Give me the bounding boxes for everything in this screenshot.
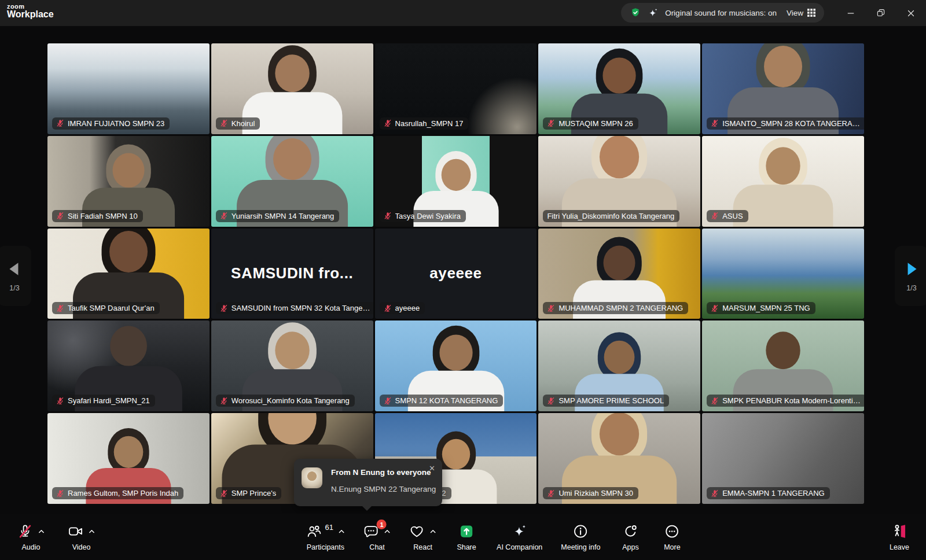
toolbar-share-button[interactable]: Share bbox=[450, 521, 483, 554]
toolbar-video-button[interactable]: Video bbox=[63, 521, 100, 554]
participant-name: Rames Gultom, SMP Poris Indah bbox=[68, 489, 178, 498]
restore-button[interactable] bbox=[866, 0, 896, 26]
ai-sparkle-icon[interactable] bbox=[648, 8, 659, 19]
participant-tile[interactable]: MUSTAQIM SMPN 26 bbox=[538, 43, 700, 134]
person-head bbox=[275, 54, 309, 92]
participant-tile[interactable]: MARSUM_SMPN 25 TNG bbox=[702, 229, 864, 319]
participant-tile[interactable]: Taufik SMP Daarul Qur'an bbox=[47, 229, 210, 319]
muted-mic-icon bbox=[384, 119, 392, 127]
muted-mic-icon bbox=[384, 304, 392, 312]
participant-nametag: ASUS bbox=[707, 210, 748, 222]
toolbar-leave-button[interactable]: Leave bbox=[883, 521, 916, 554]
participant-nametag: MUSTAQIM SMPN 26 bbox=[543, 117, 638, 130]
next-page-button[interactable]: 1/3 bbox=[895, 246, 926, 306]
micmute-icon bbox=[17, 524, 33, 539]
original-sound-status: Original sound for musicians: on bbox=[665, 9, 777, 17]
muted-mic-icon bbox=[56, 212, 64, 220]
participant-tile[interactable]: SMPN 12 KOTA TANGERANG bbox=[375, 320, 537, 411]
participant-nametag: Tasya Dewi Syakira bbox=[380, 210, 466, 222]
participant-tile[interactable]: ISMANTO_SMPN 28 KOTA TANGERANG bbox=[702, 43, 864, 134]
person-head bbox=[441, 159, 471, 190]
person-head bbox=[109, 230, 148, 272]
participant-tile[interactable]: SMPK PENABUR Kota Modern-Lorentius Ek... bbox=[702, 320, 864, 411]
window-controls bbox=[836, 0, 926, 26]
person-head bbox=[766, 147, 800, 185]
participant-tile[interactable]: Tasya Dewi Syakira bbox=[375, 136, 537, 227]
participants-count: 61 bbox=[325, 523, 333, 532]
arrow-left-icon bbox=[6, 260, 23, 278]
muted-mic-icon bbox=[711, 119, 719, 127]
participant-tile[interactable]: Umi Rizkiah SMPN 30 bbox=[538, 413, 700, 504]
participant-tile[interactable]: Siti Fadiah SMPN 10 bbox=[47, 136, 210, 227]
toolbar-participants-label: Participants bbox=[307, 543, 344, 551]
participant-nametag: IMRAN FUJIATNO SMPN 23 bbox=[52, 117, 170, 130]
close-button[interactable] bbox=[896, 0, 926, 26]
participant-tile[interactable]: Khoirul bbox=[211, 43, 373, 134]
chat-popup-title: From N Enung to everyone bbox=[331, 468, 431, 477]
chevron-up-icon[interactable] bbox=[384, 528, 391, 535]
participant-name: ISMANTO_SMPN 28 KOTA TANGERANG bbox=[722, 119, 861, 128]
toolbar-chat-button[interactable]: 1 Chat bbox=[359, 521, 395, 554]
chevron-up-icon[interactable] bbox=[430, 528, 436, 535]
muted-mic-icon bbox=[711, 397, 719, 405]
participant-tile[interactable]: EMMA-SMPN 1 TANGERANG bbox=[702, 413, 864, 504]
popup-close-icon[interactable]: ✕ bbox=[427, 462, 438, 475]
toolbar-apps-button[interactable]: Apps bbox=[614, 521, 646, 554]
toolbar-video-label: Video bbox=[72, 543, 91, 551]
participant-name: SMPN 12 KOTA TANGERANG bbox=[395, 396, 498, 405]
toolbar-meeting-info-button[interactable]: Meeting info bbox=[556, 521, 605, 554]
participant-tile[interactable]: Yuniarsih SMPN 14 Tangerang bbox=[211, 136, 373, 227]
person-head bbox=[600, 136, 639, 178]
participant-nametag: Nasrullah_SMPN 17 bbox=[380, 117, 469, 130]
toolbar-share-label: Share bbox=[457, 543, 476, 551]
participant-nametag: SMP Prince's bbox=[216, 487, 281, 499]
toolbar-audio-button[interactable]: Audio bbox=[13, 521, 49, 554]
chevron-up-icon[interactable] bbox=[38, 528, 45, 535]
view-label: View bbox=[787, 9, 803, 17]
toolbar-ai-companion-button[interactable]: AI Companion bbox=[492, 521, 547, 554]
camera-icon bbox=[68, 524, 83, 539]
participant-name: Khoirul bbox=[232, 119, 255, 128]
toolbar-participants-button[interactable]: 61 Participants bbox=[302, 521, 350, 554]
muted-mic-icon bbox=[547, 119, 555, 127]
chat-notification-popup[interactable]: From N Enung to everyone N.Enung SMPN 22… bbox=[294, 459, 442, 506]
share-icon bbox=[459, 524, 475, 539]
participant-tile[interactable]: SMP AMORE PRIME SCHOOL bbox=[538, 320, 700, 411]
minimize-button[interactable] bbox=[836, 0, 866, 26]
participant-tile[interactable]: Nasrullah_SMPN 17 bbox=[375, 43, 537, 134]
participant-tile[interactable]: Fitri Yulia_Diskominfo Kota Tangerang bbox=[538, 136, 700, 227]
toolbar-left-group: Audio Video bbox=[13, 514, 100, 560]
participant-tile[interactable]: ASUS bbox=[702, 136, 864, 227]
video-grid: IMRAN FUJIATNO SMPN 23 Khoirul Nasrullah… bbox=[47, 43, 864, 504]
more-icon bbox=[664, 524, 680, 539]
person-head bbox=[600, 413, 639, 455]
info-icon bbox=[573, 524, 589, 539]
participant-tile[interactable]: SAMSUDIN fro... SAMSUDIN from SMPN 32 Ko… bbox=[211, 229, 373, 319]
participant-tile[interactable]: Syafari Hardi_SMPN_21 bbox=[47, 320, 210, 411]
chevron-up-icon[interactable] bbox=[339, 528, 345, 535]
view-button[interactable]: View bbox=[787, 9, 815, 17]
participant-nametag: SMP AMORE PRIME SCHOOL bbox=[543, 395, 669, 407]
muted-mic-icon bbox=[547, 489, 555, 498]
participant-name: SMPK PENABUR Kota Modern-Lorentius Ek... bbox=[722, 396, 861, 405]
participant-name: Siti Fadiah SMPN 10 bbox=[68, 212, 138, 220]
person-head bbox=[273, 138, 311, 180]
participant-name: Yuniarsih SMPN 14 Tangerang bbox=[232, 212, 335, 220]
logo-line-workplace: Workplace bbox=[7, 10, 54, 19]
participant-tile[interactable]: MUHAMMAD SMPN 2 TANGERANG bbox=[538, 229, 700, 319]
person-head bbox=[604, 341, 635, 374]
chevron-up-icon[interactable] bbox=[89, 528, 95, 535]
toolbar-react-label: React bbox=[413, 543, 432, 551]
toolbar-react-button[interactable]: React bbox=[405, 521, 441, 554]
participant-tile[interactable]: IMRAN FUJIATNO SMPN 23 bbox=[47, 43, 210, 134]
muted-mic-icon bbox=[220, 397, 228, 405]
muted-mic-icon bbox=[220, 304, 228, 312]
participant-tile[interactable]: Rames Gultom, SMP Poris Indah bbox=[47, 413, 210, 504]
leave-icon bbox=[892, 524, 907, 539]
security-shield-icon[interactable] bbox=[630, 7, 641, 19]
previous-page-button[interactable]: 1/3 bbox=[0, 246, 31, 306]
participant-tile[interactable]: ayeeee ayeeee bbox=[375, 229, 537, 319]
toolbar-more-button[interactable]: More bbox=[656, 521, 688, 554]
participant-tile[interactable]: Worosuci_Kominfo Kota Tangerang bbox=[211, 320, 373, 411]
participant-nametag: Taufik SMP Daarul Qur'an bbox=[52, 302, 160, 314]
